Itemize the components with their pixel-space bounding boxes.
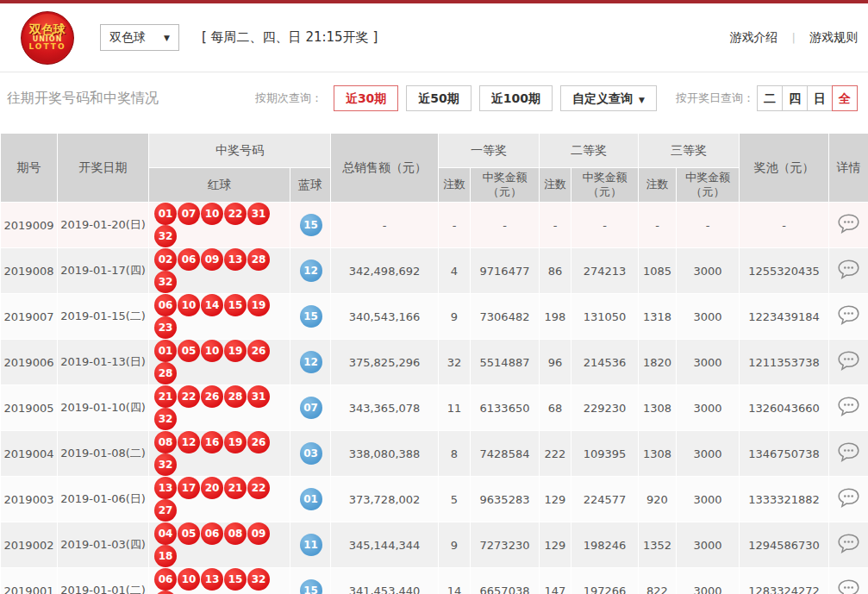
period-filter-last30[interactable]: 近30期 bbox=[334, 85, 398, 111]
cell-pool: 1346750738 bbox=[740, 431, 829, 477]
cell-second-count: 129 bbox=[540, 522, 571, 568]
blue-ball: 12 bbox=[300, 259, 322, 282]
custom-query-label: 自定义查询 bbox=[572, 91, 633, 105]
cell-first-amount: 7428584 bbox=[471, 431, 540, 477]
red-ball: 33 bbox=[154, 591, 177, 594]
red-ball: 28 bbox=[247, 248, 270, 271]
section-title: 往期开奖号码和中奖情况 bbox=[7, 90, 159, 108]
cell-detail bbox=[829, 477, 868, 522]
cell-sales: 373,728,002 bbox=[331, 477, 439, 522]
red-ball: 08 bbox=[224, 522, 247, 545]
red-ball: 06 bbox=[178, 248, 200, 271]
cell-date: 2019-01-10(四) bbox=[58, 385, 149, 431]
detail-comment-button[interactable] bbox=[837, 259, 860, 280]
cell-third-amount: 3000 bbox=[677, 340, 740, 385]
day-filter-sun[interactable]: 日 bbox=[807, 85, 833, 111]
day-filter-all[interactable]: 全 bbox=[832, 85, 858, 111]
comment-bubble-icon bbox=[837, 396, 860, 417]
cell-period: 2019001 bbox=[1, 568, 58, 594]
cell-date: 2019-01-13(日) bbox=[58, 340, 149, 385]
detail-comment-button[interactable] bbox=[837, 441, 860, 463]
cell-date: 2019-01-08(二) bbox=[58, 431, 149, 477]
red-ball: 08 bbox=[154, 431, 177, 453]
cell-pool: 1333321882 bbox=[740, 477, 829, 522]
detail-comment-button[interactable] bbox=[837, 487, 860, 509]
custom-query-dropdown[interactable]: 自定义查询▼ bbox=[560, 85, 657, 111]
cell-sales: 343,365,078 bbox=[331, 385, 439, 431]
cell-pool: 1223439184 bbox=[740, 294, 829, 340]
col-header-third-amount: 中奖金额（元） bbox=[677, 168, 740, 203]
cell-third-count: - bbox=[639, 203, 677, 248]
detail-comment-button[interactable] bbox=[837, 396, 860, 417]
red-ball: 06 bbox=[201, 522, 223, 545]
red-ball: 22 bbox=[178, 385, 200, 408]
red-ball: 17 bbox=[178, 477, 200, 499]
table-row: 20190062019-01-13(日)01051019262812375,82… bbox=[1, 340, 868, 385]
red-ball: 12 bbox=[178, 431, 200, 453]
cell-sales: 342,498,692 bbox=[331, 248, 439, 294]
cell-second-amount: 109395 bbox=[571, 431, 639, 477]
red-ball: 18 bbox=[154, 545, 177, 567]
cell-period: 2019007 bbox=[1, 294, 58, 340]
cell-third-count: 1820 bbox=[639, 340, 677, 385]
red-ball: 10 bbox=[201, 340, 223, 362]
cell-red-balls: 131720212227 bbox=[149, 477, 290, 522]
comment-bubble-icon bbox=[837, 578, 860, 594]
red-ball: 06 bbox=[154, 294, 177, 316]
table-row: 20190082019-01-17(四)02060913283212342,49… bbox=[1, 248, 868, 294]
cell-pool: 1326043660 bbox=[740, 385, 829, 431]
cell-blue-ball: 11 bbox=[290, 522, 331, 568]
day-filter-thu[interactable]: 四 bbox=[782, 85, 808, 111]
blue-ball: 15 bbox=[300, 305, 322, 328]
detail-comment-button[interactable] bbox=[837, 350, 860, 372]
cell-sales: 375,825,296 bbox=[331, 340, 439, 385]
nav-game-intro[interactable]: 游戏介绍 bbox=[730, 30, 778, 46]
cell-third-amount: 3000 bbox=[677, 568, 740, 594]
cell-detail bbox=[829, 340, 868, 385]
cell-second-amount: 224577 bbox=[571, 477, 639, 522]
cell-blue-ball: 07 bbox=[290, 385, 331, 431]
cell-red-balls: 020609132832 bbox=[149, 248, 290, 294]
comment-bubble-icon bbox=[837, 259, 860, 280]
cell-red-balls: 081216192632 bbox=[149, 431, 290, 477]
cell-first-amount: 5514887 bbox=[471, 340, 540, 385]
cell-first-amount: 6133650 bbox=[471, 385, 540, 431]
col-header-date: 开奖日期 bbox=[58, 134, 149, 203]
header-nav: 游戏介绍 | 游戏规则 bbox=[730, 30, 858, 46]
cell-third-count: 1308 bbox=[639, 385, 677, 431]
cell-first-amount: 6657038 bbox=[471, 568, 540, 594]
red-ball: 01 bbox=[154, 203, 177, 225]
detail-comment-button[interactable] bbox=[837, 533, 860, 554]
nav-divider: | bbox=[792, 31, 796, 44]
cell-red-balls: 010710223132 bbox=[149, 203, 290, 248]
cell-third-count: 1085 bbox=[639, 248, 677, 294]
period-filter-last100[interactable]: 近100期 bbox=[479, 85, 553, 111]
comment-bubble-icon bbox=[837, 487, 860, 509]
red-ball: 10 bbox=[178, 294, 200, 316]
cell-pool: 1294586730 bbox=[740, 522, 829, 568]
col-header-first-amount: 中奖金额（元） bbox=[471, 168, 540, 203]
detail-comment-button[interactable] bbox=[837, 304, 860, 326]
cell-third-amount: 3000 bbox=[677, 477, 740, 522]
cell-detail bbox=[829, 522, 868, 568]
nav-game-rules[interactable]: 游戏规则 bbox=[809, 30, 858, 46]
blue-ball: 12 bbox=[300, 351, 322, 373]
period-filter-last50[interactable]: 近50期 bbox=[406, 85, 471, 111]
detail-comment-button[interactable] bbox=[837, 213, 860, 234]
cell-sales: - bbox=[331, 203, 439, 248]
cell-first-count: - bbox=[439, 203, 471, 248]
results-section: 期号 开奖日期 中奖号码 总销售额（元） 一等奖 二等奖 三等奖 奖池（元） 详… bbox=[0, 133, 868, 594]
game-select-dropdown[interactable]: 双色球 ▼ bbox=[100, 24, 179, 51]
red-ball: 21 bbox=[154, 385, 177, 408]
cell-second-count: 147 bbox=[540, 568, 571, 594]
blue-ball: 15 bbox=[300, 579, 322, 594]
col-header-pool: 奖池（元） bbox=[740, 134, 829, 203]
day-filter-tue[interactable]: 二 bbox=[757, 85, 783, 111]
filter-bar: 往期开奖号码和中奖情况 按期次查询： 近30期 近50期 近100期 自定义查询… bbox=[0, 72, 868, 124]
detail-comment-button[interactable] bbox=[837, 578, 860, 594]
game-select-value: 双色球 bbox=[109, 30, 146, 46]
col-header-blue-ball: 蓝球 bbox=[290, 168, 331, 203]
cell-first-count: 5 bbox=[439, 477, 471, 522]
cell-first-amount: 7306482 bbox=[471, 294, 540, 340]
cell-detail bbox=[829, 203, 868, 248]
